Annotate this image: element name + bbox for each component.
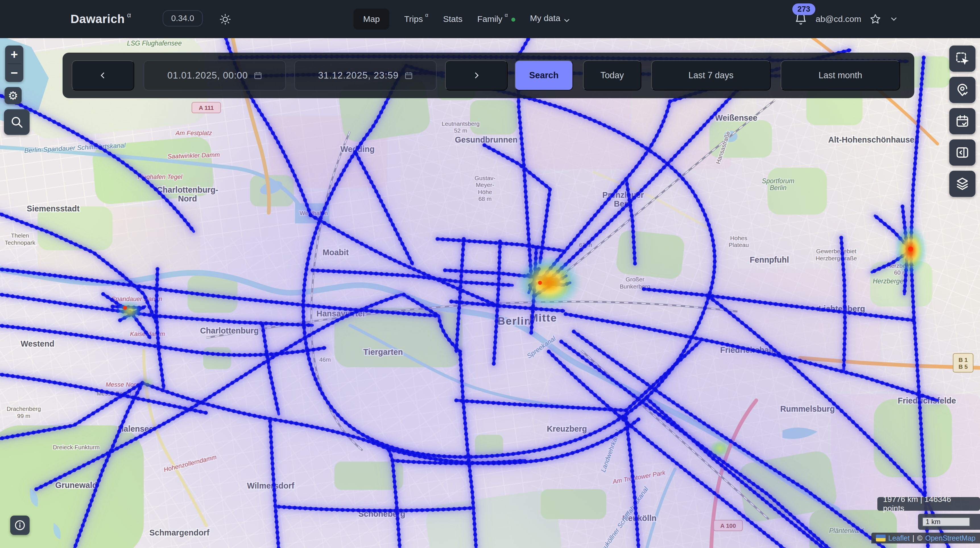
leaflet-link[interactable]: Leaflet bbox=[888, 534, 910, 542]
theme-toggle-button[interactable] bbox=[218, 13, 232, 26]
calendar-check-icon bbox=[955, 114, 970, 129]
chevron-down-icon bbox=[563, 16, 571, 25]
main-nav-tabs: Map Tripsα Stats Familyα My data bbox=[353, 0, 571, 38]
map-settings-button[interactable]: ⚙ bbox=[5, 87, 22, 104]
map-search-button[interactable] bbox=[4, 109, 30, 135]
ukraine-flag-icon bbox=[876, 535, 886, 542]
start-date-input[interactable]: 01.01.2025, 00:00 bbox=[144, 61, 286, 91]
date-filter-bar: 01.01.2025, 00:00 31.12.2025, 23:59 Sear… bbox=[62, 53, 914, 98]
zoom-out-button[interactable]: − bbox=[5, 64, 23, 82]
search-button[interactable]: Search bbox=[515, 61, 573, 91]
zoom-control: + − bbox=[5, 46, 23, 82]
map-pin-check-icon bbox=[955, 83, 970, 97]
star-icon[interactable] bbox=[869, 13, 881, 25]
navbar: Dawarich α 0.34.0 Map Tripsα Stats Famil… bbox=[0, 0, 980, 38]
svg-text:Siemensstadt: Siemensstadt bbox=[27, 204, 80, 213]
area-selection-tool-button[interactable] bbox=[949, 46, 975, 72]
distance-points-stats: 19776 km | 146346 points bbox=[877, 497, 980, 511]
sun-icon bbox=[219, 13, 231, 25]
attribution-separator: | bbox=[913, 534, 915, 542]
trips-alpha-superscript: α bbox=[425, 12, 428, 18]
visited-places-button[interactable] bbox=[949, 77, 975, 103]
last-7-days-button[interactable]: Last 7 days bbox=[651, 61, 771, 91]
calendar-icon bbox=[254, 71, 262, 80]
map-attribution: Leaflet | © OpenStreetMap bbox=[871, 533, 980, 543]
calendar-icon bbox=[404, 71, 413, 80]
family-online-dot bbox=[511, 18, 515, 22]
user-email[interactable]: ab@cd.com bbox=[816, 14, 861, 24]
scale-bar: 1 km bbox=[922, 517, 970, 527]
sidebar-collapse-icon bbox=[955, 145, 970, 160]
dawarich-app: SiemensstadtWeddingGesundbrunnenPankowWe… bbox=[0, 0, 980, 548]
copyright-symbol: © bbox=[917, 534, 922, 542]
openstreetmap-link[interactable]: OpenStreetMap bbox=[925, 534, 976, 542]
version-badge: 0.34.0 bbox=[163, 10, 203, 27]
zoom-in-button[interactable]: + bbox=[5, 46, 23, 64]
last-month-button[interactable]: Last month bbox=[781, 61, 900, 91]
chevron-right-icon bbox=[471, 70, 481, 80]
tab-stats[interactable]: Stats bbox=[443, 8, 462, 30]
today-button[interactable]: Today bbox=[583, 61, 641, 91]
info-icon bbox=[14, 519, 26, 532]
next-period-button[interactable] bbox=[445, 61, 508, 91]
alpha-superscript: α bbox=[127, 11, 131, 19]
layers-icon bbox=[955, 177, 970, 191]
toggle-side-panel-button[interactable] bbox=[949, 139, 975, 166]
notification-count-badge: 273 bbox=[792, 3, 815, 15]
calendar-panel-button[interactable] bbox=[949, 108, 975, 134]
user-menu-chevron-icon[interactable] bbox=[889, 14, 898, 24]
end-date-input[interactable]: 31.12.2025, 23:59 bbox=[294, 61, 436, 91]
app-title: Dawarich bbox=[70, 12, 125, 26]
gear-icon: ⚙ bbox=[8, 89, 18, 102]
map-info-button[interactable] bbox=[10, 516, 30, 535]
tab-my-data[interactable]: My data bbox=[530, 8, 571, 30]
brand[interactable]: Dawarich α bbox=[70, 0, 131, 38]
chevron-left-icon bbox=[98, 70, 108, 80]
tab-map[interactable]: Map bbox=[353, 8, 389, 30]
selection-cursor-icon bbox=[955, 51, 970, 66]
tab-family[interactable]: Familyα bbox=[477, 8, 515, 30]
search-icon bbox=[10, 115, 24, 129]
map-layers-button[interactable] bbox=[949, 171, 975, 197]
map-scale-control: 1 km bbox=[918, 514, 980, 530]
family-alpha-superscript: α bbox=[505, 12, 508, 18]
tab-trips[interactable]: Tripsα bbox=[404, 8, 428, 30]
previous-period-button[interactable] bbox=[72, 61, 134, 91]
